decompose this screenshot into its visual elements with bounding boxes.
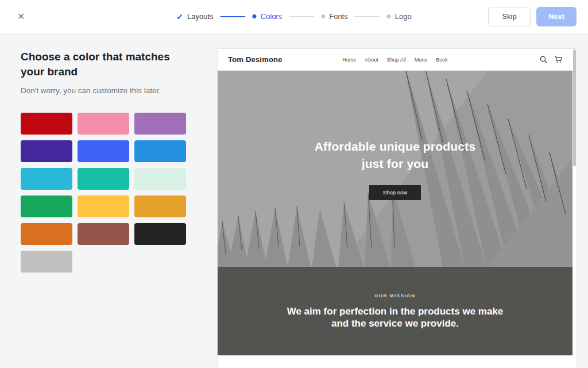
color-swatch-red[interactable] xyxy=(21,113,72,135)
preview-nav-book[interactable]: Book xyxy=(436,57,448,63)
check-icon: ✓ xyxy=(176,12,183,21)
color-swatch-pink[interactable] xyxy=(78,113,129,135)
hero-heading-line1: Affordable unique products xyxy=(315,140,476,153)
preview-nav-shop-all[interactable]: Shop All xyxy=(387,57,406,63)
color-swatch-blue[interactable] xyxy=(78,140,129,162)
hero-heading: Affordable unique products just for you xyxy=(315,138,476,172)
stepper-step-logo[interactable]: Logo xyxy=(387,12,412,21)
stepper-step-colors[interactable]: Colors xyxy=(253,12,283,21)
stepper-label: Logo xyxy=(395,12,412,21)
step-dot-icon xyxy=(387,14,391,18)
next-button[interactable]: Next xyxy=(536,7,577,26)
onboarding-topbar: ✕ ✓LayoutsColorsFontsLogo Skip Next xyxy=(0,0,588,33)
scrollbar-thumb[interactable] xyxy=(573,49,576,166)
stepper-connector xyxy=(355,16,380,17)
step-dot-icon xyxy=(253,14,257,18)
color-choice-panel: Choose a color that matches your brand D… xyxy=(0,33,217,368)
preview-nav-home[interactable]: Home xyxy=(342,57,356,63)
color-swatch-gray[interactable] xyxy=(21,251,72,273)
preview-header: Tom Desimone HomeAboutShop AllMenuBook xyxy=(218,49,572,71)
mission-heading: We aim for perfection in the products we… xyxy=(287,305,504,329)
mission-heading-line2: and the service we provide. xyxy=(331,318,459,329)
mission-section: OUR MISSION We aim for perfection in the… xyxy=(218,267,572,355)
close-icon[interactable]: ✕ xyxy=(17,12,25,21)
search-icon[interactable] xyxy=(540,56,547,63)
preview-header-icons xyxy=(540,56,562,63)
stepper: ✓LayoutsColorsFontsLogo xyxy=(176,12,411,21)
cart-icon[interactable] xyxy=(554,56,562,63)
hero-content: Affordable unique products just for you … xyxy=(218,71,572,267)
color-swatch-black[interactable] xyxy=(134,223,186,245)
stepper-label: Colors xyxy=(261,12,283,21)
preview-nav-about[interactable]: About xyxy=(365,57,378,63)
color-swatch-grid xyxy=(21,113,187,273)
preview-scrollbar[interactable] xyxy=(572,49,577,368)
color-swatch-indigo[interactable] xyxy=(21,140,72,162)
skip-button[interactable]: Skip xyxy=(488,7,531,26)
mission-eyebrow: OUR MISSION xyxy=(374,293,415,298)
color-swatch-cyan[interactable] xyxy=(21,168,72,190)
preview-next-section xyxy=(218,355,572,368)
step-dot-icon xyxy=(321,14,325,18)
color-swatch-sky-blue[interactable] xyxy=(134,140,186,162)
mission-heading-line1: We aim for perfection in the products we… xyxy=(287,306,504,317)
color-swatch-purple[interactable] xyxy=(134,113,186,135)
color-swatch-teal[interactable] xyxy=(78,168,129,190)
page-title: Choose a color that matches your brand xyxy=(21,49,194,79)
color-swatch-mint[interactable] xyxy=(134,168,186,190)
color-swatch-orange[interactable] xyxy=(21,223,72,245)
stepper-connector xyxy=(220,16,246,17)
stepper-step-layouts[interactable]: ✓Layouts xyxy=(176,12,213,21)
hero-heading-line2: just for you xyxy=(362,157,429,170)
page-subtitle: Don't worry, you can customize this late… xyxy=(21,86,161,95)
color-swatch-green[interactable] xyxy=(21,195,72,217)
shop-now-button[interactable]: Shop now xyxy=(369,185,421,200)
preview-site-name: Tom Desimone xyxy=(228,55,283,64)
topbar-actions: Skip Next xyxy=(488,7,577,26)
stepper-label: Fonts xyxy=(329,12,348,21)
color-swatch-yellow[interactable] xyxy=(78,195,129,217)
site-preview: Tom Desimone HomeAboutShop AllMenuBook xyxy=(217,48,577,368)
color-swatch-brown[interactable] xyxy=(78,223,129,245)
preview-nav: HomeAboutShop AllMenuBook xyxy=(342,57,448,63)
stepper-step-fonts[interactable]: Fonts xyxy=(321,12,348,21)
hero-section: Affordable unique products just for you … xyxy=(218,71,572,267)
color-swatch-amber[interactable] xyxy=(134,195,186,217)
preview-nav-menu[interactable]: Menu xyxy=(415,57,428,63)
stepper-connector xyxy=(289,16,314,17)
stepper-label: Layouts xyxy=(187,12,214,21)
